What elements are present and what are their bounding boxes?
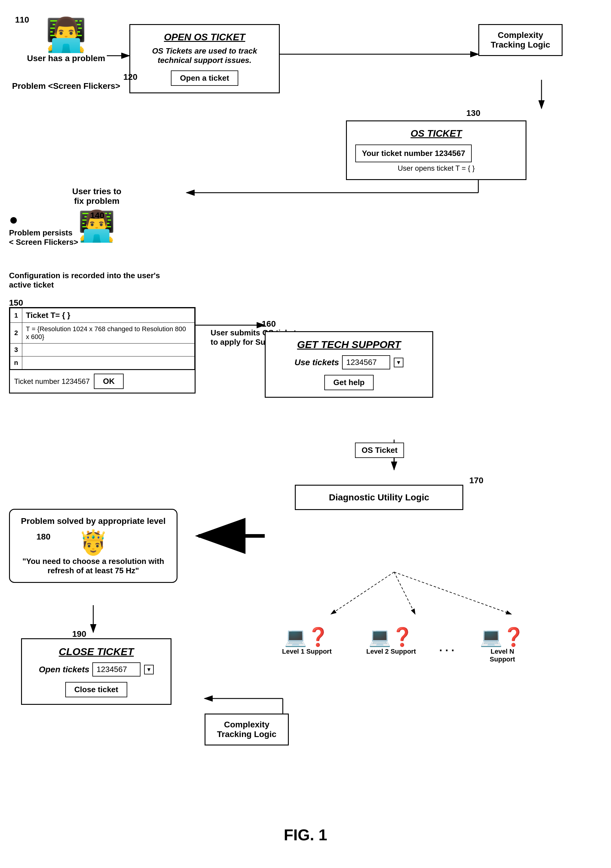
box-180: Problem solved by appropriate level 🤴 18… (9, 509, 178, 583)
ref-160: 160 (262, 319, 276, 329)
problem-persists-label: ● Problem persists < Screen Flickers> (9, 211, 78, 247)
svg-line-13 (394, 572, 415, 614)
ref-170: 170 (469, 476, 483, 485)
row-content-1: Ticket T= { } (22, 308, 195, 323)
row-num-1: 1 (10, 308, 22, 323)
user-tries-label: User tries to fix problem (72, 187, 121, 206)
level2-label: Level 2 Support (361, 648, 421, 656)
ticket-number-text: Your ticket number 1234567 (362, 149, 465, 158)
user-has-problem-label: User has a problem (12, 54, 120, 63)
open-ticket-button[interactable]: Open a ticket (171, 70, 238, 86)
desk-icon-1: 💻❓ (277, 626, 337, 648)
dropdown-icon-190[interactable]: ▼ (144, 665, 154, 674)
os-ticket-label-170: OS Ticket (355, 443, 404, 458)
problem-label-110: Problem <Screen Flickers> (12, 81, 120, 91)
ref-130: 130 (466, 108, 480, 118)
box130-title: OS TICKET (355, 128, 517, 139)
node-140: User tries to fix problem 👨‍💻 140 (72, 187, 121, 254)
box190-title: CLOSE TICKET (30, 646, 162, 657)
dropdown-icon-160[interactable]: ▼ (394, 358, 404, 367)
ref-120: 120 (123, 72, 138, 82)
row-content-3 (22, 344, 195, 356)
level1-label: Level 1 Support (277, 648, 337, 656)
box-120: OPEN OS TICKET OS Tickets are used to tr… (129, 24, 280, 93)
ref-180: 180 (36, 532, 186, 542)
ref-190: 190 (72, 629, 86, 639)
node-110: 👨‍💻 110 User has a problem Problem <Scre… (12, 18, 120, 91)
box-170: Diagnostic Utility Logic (295, 485, 463, 510)
level2-support: 💻❓ Level 2 Support (361, 626, 421, 656)
problem-solved-label: Problem solved by appropriate level (19, 516, 168, 526)
box120-body: OS Tickets are used to track technical s… (139, 46, 271, 65)
desk-icon-2: 💻❓ (361, 626, 421, 648)
box120-title: OPEN OS TICKET (139, 32, 271, 43)
complexity-bottom-box: Complexity Tracking Logic (204, 713, 289, 746)
row-num-2: 2 (10, 323, 22, 344)
message-180: "You need to choose a resolution with re… (19, 557, 168, 575)
box160-title: GET TECH SUPPORT (274, 339, 424, 350)
row-num-n: n (10, 356, 22, 369)
fig-label: FIG. 1 (260, 826, 351, 844)
ticket-input-160[interactable]: 1234567 (342, 355, 390, 369)
levelN-support: 💻❓ Level N Support (472, 626, 532, 663)
box130-footer: User opens ticket T = { } (355, 164, 517, 172)
complexity-bottom-label: Complexity Tracking Logic (210, 720, 283, 739)
row-content-n (22, 356, 195, 369)
ticket-num-label: Ticket number 1234567 (14, 377, 90, 386)
row-content-2: T = {Resolution 1024 x 768 changed to Re… (22, 323, 195, 344)
open-tickets-label: Open tickets (39, 665, 89, 674)
get-help-button[interactable]: Get help (324, 375, 374, 390)
config-recorded-label: Configuration is recorded into the user'… (9, 271, 178, 290)
ref-110: 110 (15, 15, 29, 25)
box170-title: Diagnostic Utility Logic (304, 492, 454, 502)
svg-line-14 (394, 572, 511, 614)
box-150: 1 Ticket T= { } 2 T = {Resolution 1024 x… (9, 307, 196, 394)
complexity-top-box: Complexity Tracking Logic (478, 24, 563, 56)
complexity-top-label: Complexity Tracking Logic (484, 30, 557, 50)
ok-button-150[interactable]: OK (94, 374, 124, 389)
svg-line-12 (331, 572, 394, 614)
use-tickets-label: Use tickets (294, 358, 339, 367)
desk-icon-n: 💻❓ (472, 626, 532, 648)
box-130: OS TICKET Your ticket number 1234567 OK … (346, 121, 526, 180)
box-190: CLOSE TICKET Open tickets 1234567 ▼ Clos… (21, 638, 172, 705)
ref-150: 150 (9, 298, 23, 308)
close-ticket-button[interactable]: Close ticket (65, 682, 127, 697)
support-dots: · · · (439, 644, 454, 657)
row-num-3: 3 (10, 344, 22, 356)
levelN-label: Level N Support (472, 648, 532, 663)
ticket-input-190[interactable]: 1234567 (92, 662, 141, 676)
level1-support: 💻❓ Level 1 Support (277, 626, 337, 656)
box-160: GET TECH SUPPORT Use tickets 1234567 ▼ G… (265, 331, 433, 398)
ref-140: 140 (90, 211, 139, 220)
